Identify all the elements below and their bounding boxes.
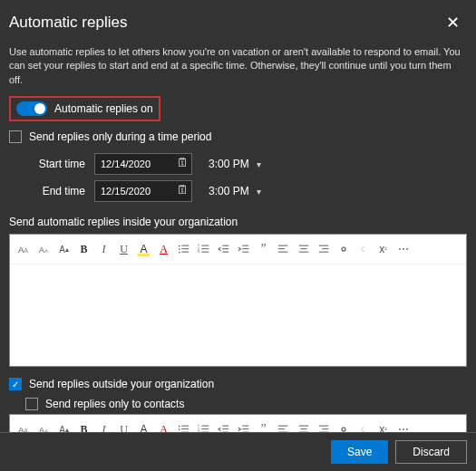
svg-rect-48 <box>222 428 228 429</box>
contacts-only-checkbox-label: Send replies only to contacts <box>45 398 184 410</box>
svg-rect-38 <box>181 428 189 429</box>
svg-rect-53 <box>277 426 287 427</box>
close-icon[interactable]: ✕ <box>441 9 465 36</box>
svg-rect-36 <box>181 426 189 427</box>
dialog-title: Automatic replies <box>9 14 127 32</box>
contacts-only-checkbox[interactable] <box>25 398 38 410</box>
outside-org-checkbox-label: Send replies outside your organization <box>29 378 214 390</box>
svg-rect-13 <box>201 248 209 249</box>
start-date-input[interactable] <box>94 153 192 175</box>
highlight-button[interactable]: A <box>135 240 152 258</box>
svg-rect-42 <box>201 426 209 427</box>
svg-rect-29 <box>322 248 328 249</box>
chevron-down-icon: ▾ <box>257 187 261 197</box>
svg-rect-23 <box>277 248 284 249</box>
save-button[interactable]: Save <box>331 440 388 464</box>
font-family-button[interactable]: AA <box>15 240 33 258</box>
discard-button[interactable]: Discard <box>395 440 467 464</box>
svg-rect-27 <box>298 252 308 253</box>
start-time-picker[interactable]: 3:00 PM ▾ <box>201 158 261 170</box>
svg-rect-20 <box>242 248 248 249</box>
auto-reply-toggle-highlight: Automatic replies on <box>9 96 160 121</box>
editor-toolbar: AA AA A▴ B I U A A 123 ” x² ⋯ <box>10 235 466 264</box>
start-time-label: Start time <box>22 158 85 170</box>
inside-org-label: Send automatic replies inside your organ… <box>0 208 476 234</box>
end-time-picker[interactable]: 3:00 PM ▾ <box>201 185 261 197</box>
svg-rect-47 <box>222 426 228 427</box>
svg-text:A: A <box>38 245 44 255</box>
svg-text:A: A <box>44 247 49 254</box>
svg-rect-28 <box>318 245 328 246</box>
svg-rect-54 <box>277 428 284 429</box>
svg-rect-21 <box>242 252 248 253</box>
svg-point-35 <box>178 426 180 428</box>
svg-rect-24 <box>277 252 287 253</box>
svg-rect-16 <box>222 245 228 246</box>
align-center-button[interactable] <box>295 240 312 258</box>
svg-rect-60 <box>322 428 328 429</box>
svg-rect-56 <box>298 426 308 427</box>
svg-rect-25 <box>298 245 308 246</box>
svg-rect-17 <box>222 248 228 249</box>
outdent-button[interactable] <box>215 240 232 258</box>
svg-point-8 <box>178 252 180 254</box>
outside-org-checkbox[interactable]: ✓ <box>9 378 22 390</box>
font-grow-button[interactable]: A▴ <box>55 240 73 258</box>
font-size-button[interactable]: AA <box>35 240 53 258</box>
svg-point-4 <box>178 245 180 247</box>
superscript-button[interactable]: x² <box>374 240 392 258</box>
svg-point-37 <box>178 428 180 430</box>
svg-rect-59 <box>318 426 328 427</box>
auto-reply-toggle-label: Automatic replies on <box>54 102 153 115</box>
quote-button[interactable]: ” <box>255 240 272 258</box>
inside-org-editor: AA AA A▴ B I U A A 123 ” x² ⋯ <box>9 234 467 367</box>
svg-rect-5 <box>181 245 189 246</box>
end-time-value: 3:00 PM <box>209 185 249 197</box>
svg-rect-22 <box>277 245 287 246</box>
bullet-list-button[interactable] <box>175 240 192 258</box>
svg-point-6 <box>178 248 180 250</box>
auto-reply-toggle[interactable] <box>16 101 47 116</box>
svg-rect-57 <box>300 428 306 429</box>
more-button[interactable]: ⋯ <box>394 240 412 258</box>
underline-button[interactable]: U <box>115 240 132 258</box>
number-list-button[interactable]: 123 <box>195 240 212 258</box>
svg-rect-30 <box>318 252 328 253</box>
time-period-checkbox-label: Send replies only during a time period <box>29 130 211 143</box>
svg-rect-18 <box>222 252 228 253</box>
svg-text:3: 3 <box>198 251 199 255</box>
svg-rect-19 <box>242 245 248 246</box>
svg-rect-15 <box>201 252 209 253</box>
start-time-value: 3:00 PM <box>209 158 249 170</box>
svg-rect-7 <box>181 248 189 249</box>
indent-button[interactable] <box>235 240 252 258</box>
end-time-label: End time <box>22 185 85 197</box>
font-color-button[interactable]: A <box>155 240 172 258</box>
end-date-input[interactable] <box>94 180 192 202</box>
align-left-button[interactable] <box>275 240 292 258</box>
svg-rect-51 <box>242 428 248 429</box>
link-button[interactable] <box>335 240 352 258</box>
bold-button[interactable]: B <box>75 240 92 258</box>
svg-rect-44 <box>201 428 209 429</box>
description-text: Use automatic replies to let others know… <box>0 42 476 94</box>
svg-rect-9 <box>181 252 189 253</box>
inside-org-textarea[interactable] <box>10 264 466 366</box>
svg-rect-11 <box>201 245 209 246</box>
time-period-checkbox[interactable] <box>9 130 22 143</box>
italic-button[interactable]: I <box>95 240 112 258</box>
svg-rect-26 <box>300 248 306 249</box>
svg-rect-50 <box>242 426 248 427</box>
unlink-button[interactable] <box>355 240 372 258</box>
chevron-down-icon: ▾ <box>257 159 261 169</box>
align-right-button[interactable] <box>315 240 332 258</box>
svg-text:A: A <box>24 247 28 254</box>
